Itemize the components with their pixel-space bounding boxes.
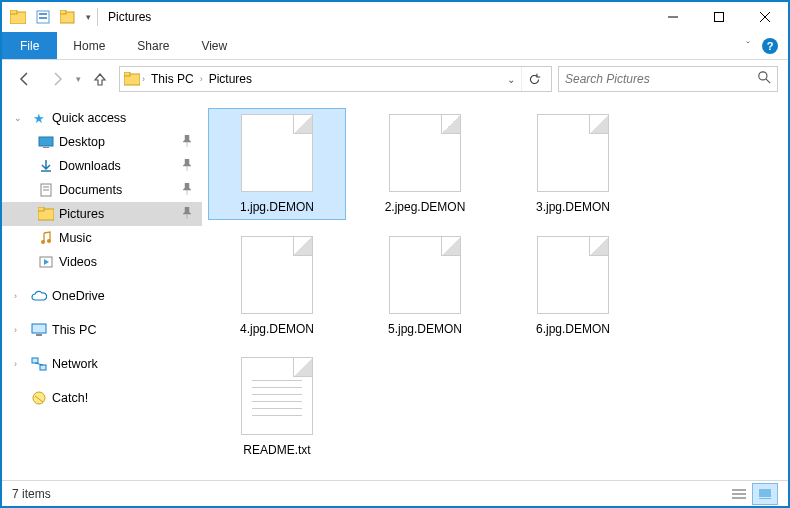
title-bar: ▾ Pictures [2,2,788,32]
svg-rect-28 [32,358,38,363]
qat-chevron-icon[interactable]: ▾ [86,12,91,22]
properties-icon[interactable] [32,6,54,28]
folder-icon [124,71,140,87]
nav-forward-button[interactable] [44,66,70,92]
svg-rect-22 [38,207,44,211]
svg-rect-3 [39,13,47,15]
network-icon [31,356,47,372]
quick-access-toolbar: ▾ [7,6,91,28]
details-view-button[interactable] [726,483,752,505]
file-tab[interactable]: File [2,32,57,59]
tab-share[interactable]: Share [121,32,185,59]
file-item[interactable]: 2.jpeg.DEMON [356,108,494,220]
breadcrumb-this-pc[interactable]: This PC [147,72,198,86]
address-bar[interactable]: › This PC › Pictures ⌄ [119,66,552,92]
minimize-button[interactable] [650,2,696,32]
close-button[interactable] [742,2,788,32]
tab-view[interactable]: View [185,32,243,59]
sidebar-onedrive[interactable]: › OneDrive [2,284,202,308]
expander-icon[interactable]: › [14,359,26,369]
address-dropdown-icon[interactable]: ⌄ [501,74,521,85]
desktop-icon [38,134,54,150]
catch-icon [31,390,47,406]
pin-icon [182,183,192,197]
music-icon [38,230,54,246]
file-item[interactable]: 1.jpg.DEMON [208,108,346,220]
documents-icon [38,182,54,198]
nav-back-button[interactable] [12,66,38,92]
help-icon[interactable]: ? [762,38,778,54]
svg-point-24 [47,239,51,243]
file-thumb-icon [537,114,609,192]
large-icons-view-button[interactable] [752,483,778,505]
explorer-icon [7,6,29,28]
file-item[interactable]: README.txt [208,351,346,463]
sidebar-item-downloads[interactable]: Downloads [2,154,202,178]
search-input[interactable] [565,72,758,86]
file-item[interactable]: 4.jpg.DEMON [208,230,346,342]
new-folder-icon[interactable] [57,6,79,28]
search-box[interactable] [558,66,778,92]
sidebar-item-label: Documents [59,183,122,197]
nav-up-button[interactable] [87,66,113,92]
refresh-icon[interactable] [521,67,547,91]
sidebar-catch[interactable]: Catch! [2,386,202,410]
sidebar-item-documents[interactable]: Documents [2,178,202,202]
svg-line-14 [766,79,770,83]
recent-locations-icon[interactable]: ▾ [76,74,81,84]
file-item[interactable]: 6.jpg.DEMON [504,230,642,342]
svg-rect-4 [39,17,47,19]
sidebar-network[interactable]: › Network [2,352,202,376]
svg-rect-8 [715,13,724,22]
file-grid[interactable]: 1.jpg.DEMON2.jpeg.DEMON3.jpg.DEMON4.jpg.… [202,98,788,480]
sidebar-item-label: Quick access [52,111,126,125]
file-name-label: 2.jpeg.DEMON [385,200,466,216]
expander-icon[interactable]: › [14,325,26,335]
sidebar-item-label: This PC [52,323,96,337]
file-item[interactable]: 5.jpg.DEMON [356,230,494,342]
sidebar-quick-access[interactable]: ⌄ ★ Quick access [2,106,202,130]
item-count-label: 7 items [12,487,51,501]
navigation-pane[interactable]: ⌄ ★ Quick access DesktopDownloadsDocumen… [2,98,202,480]
file-item[interactable]: 3.jpg.DEMON [504,108,642,220]
file-thumb-icon [241,114,313,192]
sidebar-this-pc[interactable]: › This PC [2,318,202,342]
file-name-label: 3.jpg.DEMON [536,200,610,216]
maximize-button[interactable] [696,2,742,32]
sidebar-item-desktop[interactable]: Desktop [2,130,202,154]
svg-rect-26 [32,324,46,333]
pictures-icon [38,206,54,222]
svg-rect-1 [10,10,17,14]
svg-rect-15 [39,137,53,146]
sidebar-item-label: Pictures [59,207,104,221]
address-row: ▾ › This PC › Pictures ⌄ [2,60,788,98]
sidebar-item-label: OneDrive [52,289,105,303]
chevron-right-icon[interactable]: › [198,74,205,84]
expander-icon[interactable]: › [14,291,26,301]
svg-rect-29 [40,365,46,370]
sidebar-item-label: Music [59,231,92,245]
sidebar-item-label: Desktop [59,135,105,149]
svg-rect-35 [759,489,771,497]
titlebar-separator [97,8,98,26]
ribbon-collapse-icon[interactable]: ˇ [746,40,750,52]
file-thumb-icon [241,236,313,314]
tab-home[interactable]: Home [57,32,121,59]
sidebar-item-music[interactable]: Music [2,226,202,250]
pin-icon [182,207,192,221]
svg-point-31 [33,392,45,404]
file-name-label: 6.jpg.DEMON [536,322,610,338]
content-area: ⌄ ★ Quick access DesktopDownloadsDocumen… [2,98,788,480]
sidebar-item-videos[interactable]: Videos [2,250,202,274]
expander-icon[interactable]: ⌄ [14,113,26,123]
sidebar-item-pictures[interactable]: Pictures [2,202,202,226]
search-icon[interactable] [758,71,771,87]
downloads-icon [38,158,54,174]
breadcrumb-pictures[interactable]: Pictures [205,72,256,86]
svg-rect-27 [36,334,42,336]
file-name-label: README.txt [243,443,310,459]
computer-icon [31,322,47,338]
svg-rect-12 [124,72,130,76]
chevron-right-icon[interactable]: › [140,74,147,84]
cloud-icon [31,288,47,304]
